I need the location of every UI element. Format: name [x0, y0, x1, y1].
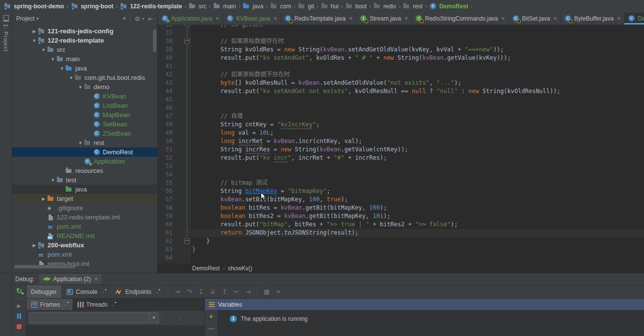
breadcrumb-class[interactable]: DemoRest — [192, 265, 220, 272]
breadcrumb-item[interactable]: main — [213, 2, 236, 10]
line-number[interactable]: 58 — [158, 204, 173, 212]
chevron-right-icon[interactable]: ▶ — [31, 243, 38, 248]
editor-tab-redistemplate-java[interactable]: CRedisTemplate.java× — [281, 13, 356, 24]
thread-combobox[interactable]: ▼ — [29, 312, 159, 323]
tree-item-test[interactable]: ▼test — [12, 175, 157, 185]
project-view-selector[interactable]: Project ▾ — [16, 15, 39, 22]
line-number[interactable]: 47 — [158, 112, 173, 120]
breadcrumb-item[interactable]: com — [270, 2, 291, 10]
breadcrumb-item[interactable]: src — [189, 2, 206, 10]
close-icon[interactable]: × — [94, 276, 98, 283]
code-line[interactable]: 41 — [158, 62, 644, 71]
run-to-cursor-icon[interactable]: ⇥ — [242, 285, 254, 298]
frames-list[interactable] — [26, 325, 204, 336]
tree-item-listbean[interactable]: CListBean — [12, 101, 157, 110]
line-number[interactable]: 53 — [158, 162, 173, 170]
close-icon[interactable]: × — [216, 15, 219, 22]
fold-diamond-icon[interactable] — [184, 25, 190, 28]
line-number[interactable]: 50 — [158, 137, 173, 145]
tree-item-main[interactable]: ▼main — [12, 54, 157, 64]
code-line[interactable]: 57 kvBean.setBit(bitMapKey, 100, true); — [158, 195, 644, 204]
code-line[interactable]: 48 String cntKey = "kvIncrKey"; — [158, 120, 644, 129]
frames-tab-frames[interactable]: Frames→ — [26, 299, 73, 310]
locate-icon[interactable]: ⌖ — [123, 15, 126, 23]
debug-session-tab[interactable]: Application (2) × — [39, 274, 102, 284]
tree-item-java[interactable]: java — [12, 185, 157, 194]
code-line[interactable]: 51 String incrRes = new String(kvBean.ge… — [158, 145, 644, 154]
line-number[interactable]: 55 — [158, 179, 173, 187]
tree-item-resources[interactable]: resources — [12, 166, 157, 175]
code-line[interactable]: 64 — [158, 254, 644, 262]
next-frame-icon[interactable]: ↓ — [175, 314, 185, 322]
code-line[interactable]: 39 String kvOldRes = new String(kvBean.s… — [158, 46, 644, 54]
prev-frame-icon[interactable]: ↑ — [166, 314, 175, 322]
line-number[interactable]: 64 — [158, 254, 173, 262]
remove-watch-icon[interactable]: — — [208, 326, 215, 331]
fold-marker-column[interactable] — [183, 212, 190, 220]
code-line[interactable]: 45 — [158, 96, 644, 104]
code-line[interactable]: 53 — [158, 162, 644, 170]
debug-view-tab-debugger[interactable]: Debugger — [26, 285, 61, 298]
line-number[interactable]: 43 — [158, 79, 173, 87]
breadcrumb-item[interactable]: hui — [321, 2, 339, 10]
fold-marker-column[interactable] — [183, 204, 190, 212]
close-icon[interactable]: × — [553, 15, 557, 22]
fold-marker-column[interactable] — [183, 170, 190, 179]
close-icon[interactable]: × — [501, 15, 505, 22]
line-number[interactable]: 38 — [158, 37, 173, 46]
step-over-icon[interactable]: ↷ — [183, 285, 195, 298]
breadcrumb-item[interactable]: spring-boot-demo — [4, 2, 64, 10]
editor-tab-application-java[interactable]: CApplication.java× — [158, 13, 223, 24]
line-number[interactable]: 44 — [158, 87, 173, 96]
fold-marker-column[interactable] — [183, 245, 190, 254]
close-icon[interactable]: × — [617, 15, 620, 22]
fold-marker-column[interactable] — [183, 145, 190, 154]
code-line[interactable]: 58 boolean bitRes = kvBean.getBit(bitMap… — [158, 204, 644, 212]
breadcrumb-item[interactable]: redis — [373, 2, 396, 10]
tree-item-pom-xml[interactable]: mpom.xml — [12, 222, 157, 231]
line-number[interactable]: 42 — [158, 71, 173, 79]
breadcrumb-item[interactable]: boot — [346, 2, 367, 10]
fold-marker-column[interactable] — [183, 220, 190, 229]
tree-item-application[interactable]: CApplication — [12, 157, 157, 166]
code-line[interactable]: 56 String bitMapKey = "bitmapKey"; — [158, 187, 644, 195]
pin-icon[interactable]: → — [100, 289, 106, 294]
breadcrumb-item[interactable]: spring-boot — [71, 2, 114, 10]
close-icon[interactable]: × — [404, 15, 408, 22]
fold-marker-column[interactable] — [183, 179, 190, 187]
fold-marker-column[interactable] — [183, 37, 190, 46]
code-line[interactable]: 38 // 如果原始数据存在时 — [158, 37, 644, 46]
fold-marker-column[interactable] — [183, 46, 190, 54]
fold-marker-column[interactable] — [183, 120, 190, 129]
line-number[interactable]: 61 — [158, 229, 173, 237]
pause-button[interactable] — [17, 313, 21, 319]
fold-marker-column[interactable] — [183, 96, 190, 104]
chevron-right-icon[interactable]: ▶ — [31, 29, 38, 34]
resume-button[interactable]: ▶ — [17, 303, 21, 309]
fold-marker-column[interactable] — [183, 87, 190, 96]
line-number[interactable]: 39 — [158, 46, 173, 54]
line-number[interactable]: 46 — [158, 104, 173, 112]
fold-collapse-icon[interactable] — [184, 239, 190, 244]
editor-tab-kvbean-java[interactable]: CKVBean.java× — [223, 13, 281, 24]
code-line[interactable]: 50 long incrRet = kvBean.incr(cntKey, va… — [158, 137, 644, 145]
chevron-down-icon[interactable]: ▼ — [40, 48, 47, 52]
code-line[interactable]: 61 return JSONObject.toJSONString(result… — [158, 229, 644, 237]
chevron-down-icon[interactable]: ▼ — [50, 57, 56, 62]
breadcrumb-item[interactable]: git — [298, 2, 314, 10]
line-number[interactable]: 45 — [158, 96, 173, 104]
fold-marker-column[interactable] — [183, 137, 190, 145]
tree-item-kvbean[interactable]: CKVBean — [12, 92, 157, 101]
editor-tab-demorest-java[interactable]: CDemoRest.java× — [624, 13, 644, 24]
chevron-down-icon[interactable]: ▼ — [68, 75, 74, 80]
line-number[interactable]: 48 — [158, 120, 173, 129]
code-line[interactable]: 43 byte[] kvOldResNull = kvBean.setAndGe… — [158, 79, 644, 87]
breadcrumb-item[interactable]: java — [243, 2, 263, 10]
code-line[interactable]: 37 — [158, 29, 644, 37]
line-number[interactable]: 63 — [158, 245, 173, 254]
code-line[interactable]: 60 result.put("bitMap", bitRes + ">> tru… — [158, 220, 644, 229]
tree-item-demorest[interactable]: CDemoRest — [12, 147, 157, 157]
line-number[interactable]: 56 — [158, 187, 173, 195]
fold-marker-column[interactable] — [183, 54, 190, 62]
tree-item-src[interactable]: ▼src — [12, 45, 157, 54]
